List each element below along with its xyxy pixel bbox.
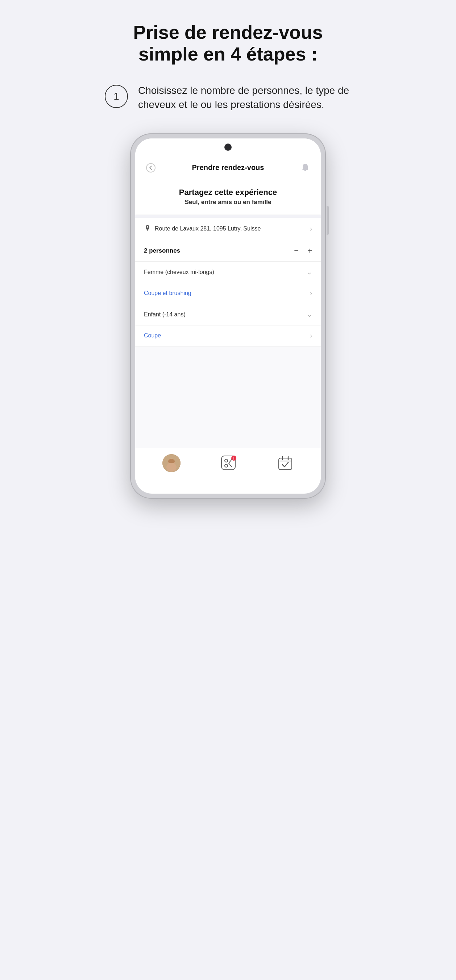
phone-screen: Prendre rendez-vous Partagez cette expér…	[135, 138, 321, 494]
nav-avatar	[163, 454, 180, 472]
main-title: Prise de rendez-vous simple en 4 étapes …	[101, 22, 355, 65]
svg-point-0	[147, 164, 155, 172]
decrement-button[interactable]: −	[294, 247, 299, 255]
svg-text:!: !	[233, 457, 234, 460]
location-icon	[144, 224, 151, 234]
person2-hair-type-text: Enfant (-14 ans)	[144, 311, 307, 318]
hero-section: Partagez cette expérience Seul, entre am…	[135, 180, 321, 215]
back-icon	[146, 163, 156, 173]
svg-point-5	[166, 463, 177, 471]
step-1-row: 1 Choisissez le nombre de personnes, le …	[101, 83, 355, 111]
person2-service-text: Coupe	[144, 332, 310, 339]
svg-line-7	[229, 460, 232, 463]
step-1-description: Choisissez le nombre de personnes, le ty…	[138, 83, 351, 111]
person1-service-text: Coupe et brushing	[144, 290, 310, 296]
nav-item-services[interactable]: !	[220, 455, 237, 471]
location-row[interactable]: Route de Lavaux 281, 1095 Lutry, Suisse …	[135, 218, 321, 240]
svg-line-8	[229, 463, 232, 467]
person1-hair-type-text: Femme (cheveux mi-longs)	[144, 269, 307, 275]
hero-title: Partagez cette expérience	[144, 188, 312, 197]
scissors-icon: !	[220, 455, 237, 471]
svg-point-9	[225, 459, 228, 462]
calendar-check-icon	[277, 455, 293, 471]
phone-side-button	[327, 206, 329, 235]
person2-hair-type-row[interactable]: Enfant (-14 ans) ⌄	[135, 304, 321, 325]
nav-item-profile[interactable]	[163, 454, 180, 472]
svg-rect-1	[304, 170, 306, 171]
increment-button[interactable]: +	[308, 247, 312, 255]
location-chevron-right-icon: ›	[310, 225, 312, 233]
persons-row: 2 personnes − +	[135, 240, 321, 262]
camera-notch	[224, 143, 232, 151]
persons-label: 2 personnes	[144, 247, 294, 255]
person2-service-chevron-right-icon: ›	[310, 332, 312, 340]
bottom-navigation: !	[135, 448, 321, 482]
avatar-image	[163, 454, 180, 472]
person1-service-chevron-right-icon: ›	[310, 290, 312, 297]
section-divider-1	[135, 215, 321, 218]
person2-service-row[interactable]: Coupe ›	[135, 325, 321, 347]
phone-status-bar	[135, 138, 321, 157]
step-1-number: 1	[105, 85, 128, 108]
person2-hair-type-chevron-icon: ⌄	[307, 310, 312, 318]
hero-subtitle: Seul, entre amis ou en famille	[144, 199, 312, 206]
phone-mockup: Prendre rendez-vous Partagez cette expér…	[130, 134, 326, 499]
app-header: Prendre rendez-vous	[135, 157, 321, 180]
person1-service-row[interactable]: Coupe et brushing ›	[135, 283, 321, 304]
nav-item-calendar[interactable]	[277, 455, 293, 471]
bell-icon	[300, 163, 310, 173]
scissors-with-badge-icon: !	[221, 455, 237, 471]
notification-button[interactable]	[298, 161, 312, 175]
calendar-icon	[277, 455, 293, 471]
location-text: Route de Lavaux 281, 1095 Lutry, Suisse	[155, 226, 310, 232]
page-container: Prise de rendez-vous simple en 4 étapes …	[101, 22, 355, 499]
app-title: Prendre rendez-vous	[192, 164, 264, 172]
pin-icon	[144, 224, 151, 232]
person1-hair-type-chevron-icon: ⌄	[307, 268, 312, 276]
content-spacer	[135, 347, 321, 448]
back-button[interactable]	[144, 161, 158, 175]
counter-controls: − +	[294, 247, 312, 255]
person1-hair-type-row[interactable]: Femme (cheveux mi-longs) ⌄	[135, 262, 321, 283]
svg-rect-13	[279, 458, 292, 470]
svg-point-10	[225, 464, 228, 467]
